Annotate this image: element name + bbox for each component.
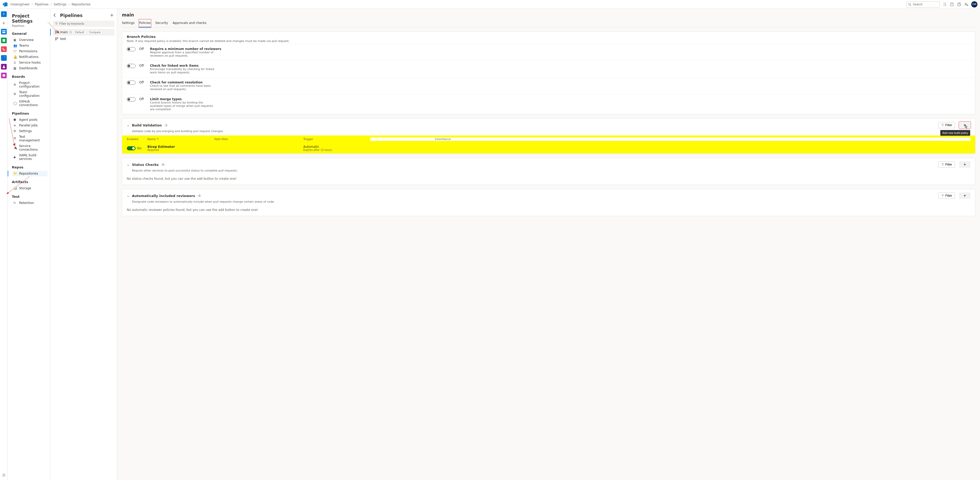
nav-parallel-jobs[interactable]: ≡Parallel jobs [12,123,48,128]
nav-project-config[interactable]: ⚙Project configuration [12,80,48,89]
bv-row-bicep[interactable]: On Bicep Estimator Required Automatic Ex… [122,143,975,154]
chevron-down-icon[interactable]: ⌄ [127,194,130,198]
rail-settings-icon[interactable] [1,472,7,478]
bv-row-trigger: Automatic [303,145,370,149]
tab-settings[interactable]: Settings [122,19,135,27]
policy-desc: Check to see that all comments have been… [150,84,215,91]
toggle-limit-merge[interactable] [127,97,135,101]
nav-team-config[interactable]: ⚙Team configuration [12,89,48,99]
settings-title: Project Settings [12,13,48,24]
default-badge: Default [73,31,86,34]
rail-pipelines-icon[interactable] [1,55,7,61]
bv-heading: Build Validation [132,124,162,127]
bv-row-toggle[interactable] [127,146,135,150]
sc-desc: Require other services to post successfu… [122,168,975,175]
svg-rect-5 [4,30,5,32]
crumb-pipelines[interactable]: Pipelines [35,3,48,6]
filter-icon [941,194,944,197]
branch-filter[interactable] [53,21,115,27]
nav-storage[interactable]: 📊Storage [12,185,48,191]
branch-icon [55,30,59,34]
team-config-icon: ⚙ [13,92,17,96]
nav-agent-pools[interactable]: ⬢Agent pools [12,117,48,123]
left-rail: P + [0,9,8,480]
rail-boards-icon[interactable] [1,38,7,43]
nav-xaml[interactable]: ◆XAML build services [12,152,48,162]
tab-approvals[interactable]: Approvals and checks [173,19,207,27]
nav-retention[interactable]: ↻Retention [12,200,48,206]
svg-point-16 [57,38,58,39]
policy-title: Require a minimum number of reviewers [150,47,221,51]
search-input[interactable] [913,3,936,6]
compare-badge: Compare [88,31,102,34]
bv-row-name: Bicep Estimator [147,145,215,149]
nav-overview[interactable]: ▣Overview [12,37,48,43]
global-search[interactable] [906,1,940,8]
nav-repositories[interactable]: 📁Repositories [12,171,48,176]
toggle-min-reviewers[interactable] [127,47,135,51]
branch-policies-card: Branch Policies Note: If any required po… [122,32,975,114]
settings-subtitle: Pipelines [12,24,48,28]
bell-icon: 🔔 [13,55,17,59]
branch-policies-heading: Branch Policies [127,35,970,39]
ar-heading: Automatically included reviewers [132,194,195,198]
user-settings-icon[interactable] [964,2,969,7]
branch-test[interactable]: test [53,36,115,42]
bv-add-button[interactable]: + Add new build policy [959,122,970,128]
rail-artifacts-icon[interactable] [1,73,7,78]
config-icon: ⚙ [13,83,17,87]
rail-overview-icon[interactable] [1,29,7,35]
nav-dashboards[interactable]: ▦Dashboards [12,65,48,71]
nav-github[interactable]: ◯GitHub connections [12,99,48,108]
crumb-settings[interactable]: Settings [54,3,66,6]
rail-add-icon[interactable]: + [1,20,7,26]
sc-add-button[interactable]: + [959,161,970,168]
crumb-repositories[interactable]: Repositories [72,3,91,6]
tab-security[interactable]: Security [155,19,168,27]
policy-title: Limit merge types [150,97,215,101]
chevron-down-icon[interactable]: ⌄ [127,124,130,127]
add-branch-button[interactable] [110,13,115,18]
nav-service-conn[interactable]: 🔌Service connections [12,143,48,152]
status-checks-card: ⌄ Status Checks 0 Filter + Require other… [122,158,975,185]
chevron-down-icon[interactable]: ⌄ [127,163,130,166]
col-inheritance: Inheritance [370,138,970,141]
nav-test-mgmt[interactable]: ⚗Test management [12,134,48,143]
toggle-linked-items[interactable] [127,64,135,68]
rail-testplans-icon[interactable] [1,64,7,70]
auto-reviewers-card: ⌄ Automatically included reviewers 0 Fil… [122,189,975,216]
dashboard-icon: ▦ [13,67,17,70]
tab-policies[interactable]: Policies [139,19,151,27]
back-button[interactable] [53,13,57,18]
repo-icon: 📁 [13,172,17,175]
col-trigger: Trigger [303,138,370,141]
rail-repos-icon[interactable] [1,46,7,52]
ar-filter-button[interactable]: Filter [938,193,955,199]
nav-permissions[interactable]: 🛡Permissions [12,48,48,54]
toggle-comment-res[interactable] [127,81,135,85]
help-icon[interactable] [957,2,961,7]
branch-main[interactable]: main Default Compare [53,29,115,36]
nav-settings-item[interactable]: ⚙Settings [12,128,48,134]
sc-filter-button[interactable]: Filter [938,162,955,168]
work-items-icon[interactable] [942,2,947,7]
svg-point-11 [56,31,56,32]
crumb-org[interactable]: riosengineer [10,3,30,6]
retention-icon: ↻ [13,201,17,205]
nav-group-artifacts: Artifacts [12,180,48,184]
avatar[interactable]: DR [971,1,977,8]
ar-add-button[interactable]: + [959,192,970,199]
col-name[interactable]: Name ↑ [147,138,215,141]
filter-input[interactable] [59,22,112,25]
gear-icon: ⚙ [13,129,17,133]
overview-icon: ▣ [13,38,17,42]
nav-service-hooks[interactable]: ⚓Service hooks [12,60,48,65]
bv-filter-button[interactable]: Filter [938,122,955,128]
marketplace-icon[interactable] [950,2,954,7]
shield-icon: 🛡 [13,49,17,53]
nav-notifications[interactable]: 🔔Notifications [12,54,48,60]
rail-project-icon[interactable]: P [1,11,7,17]
nav-group-repos: Repos [12,165,48,169]
nav-teams[interactable]: 👥Teams [12,43,48,48]
azure-devops-logo-icon[interactable] [3,2,8,7]
